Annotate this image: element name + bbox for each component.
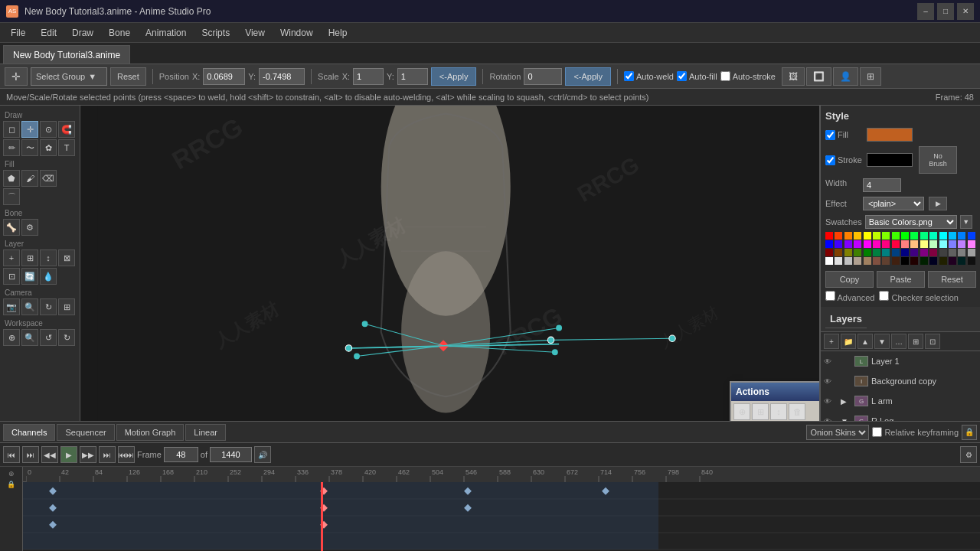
apply-scale-button[interactable]: <-Apply — [431, 67, 477, 86]
layer-add-button[interactable]: + — [824, 334, 839, 349]
color-swatch-cell[interactable] — [949, 240, 956, 248]
apply-rotation-button[interactable]: <-Apply — [565, 67, 611, 86]
color-swatch-cell[interactable] — [958, 249, 965, 256]
color-swatch-cell[interactable] — [901, 240, 909, 248]
color-swatch-cell[interactable] — [901, 257, 909, 265]
color-swatch-cell[interactable] — [873, 232, 880, 240]
pb-next-frame[interactable]: ⏭ — [99, 446, 116, 463]
color-swatch-cell[interactable] — [892, 249, 900, 256]
color-swatch-cell[interactable] — [835, 240, 842, 248]
paint-tool[interactable]: 🖌 — [21, 170, 38, 187]
color-swatch-cell[interactable] — [892, 240, 900, 248]
menu-help[interactable]: Help — [321, 26, 355, 40]
layer-expand4[interactable]: ▼ — [841, 417, 851, 422]
stroke-color-swatch[interactable] — [867, 153, 913, 167]
minimize-button[interactable]: – — [917, 3, 934, 20]
color-swatch-cell[interactable] — [835, 257, 842, 265]
color-swatch-cell[interactable] — [844, 257, 852, 265]
layer-copy-button[interactable]: ⊡ — [925, 334, 940, 349]
document-tab[interactable]: New Body Tutorial3.anime — [3, 45, 130, 64]
dialog-tool-add[interactable]: ⊕ — [733, 403, 750, 420]
color-swatch-cell[interactable] — [825, 240, 833, 248]
effect-select[interactable]: <plain> — [863, 197, 924, 210]
frame-number-input[interactable] — [164, 447, 198, 462]
color-swatch-cell[interactable] — [882, 232, 890, 240]
transform-tool[interactable]: ✛ — [21, 121, 38, 138]
rotation-input[interactable] — [524, 68, 562, 85]
color-swatch-cell[interactable] — [949, 249, 956, 256]
color-swatch-cell[interactable] — [882, 257, 890, 265]
pb-next-key[interactable]: ▶▶ — [80, 446, 96, 463]
color-swatch-cell[interactable] — [920, 232, 928, 240]
color-swatch-cell[interactable] — [939, 240, 947, 248]
lasso-tool[interactable]: ⊙ — [40, 121, 57, 138]
pb-audio-button[interactable]: 🔊 — [254, 446, 271, 463]
position-y-input[interactable] — [259, 68, 305, 85]
frame-total-input[interactable] — [210, 447, 252, 462]
width-input[interactable] — [863, 178, 901, 192]
ws-tool2[interactable]: 🔍 — [21, 329, 38, 346]
color-swatch-cell[interactable] — [929, 232, 937, 240]
autostroke-checkbox[interactable]: Auto-stroke — [720, 71, 776, 81]
ws-tool3[interactable]: ↺ — [40, 329, 57, 346]
swatches-expand-button[interactable]: ▼ — [960, 215, 972, 229]
toolbar-icon2[interactable]: 🔳 — [806, 67, 831, 86]
dialog-tool-delete[interactable]: 🗑 — [789, 403, 805, 420]
color-swatch-cell[interactable] — [920, 240, 928, 248]
ws-tool1[interactable]: ⊕ — [3, 329, 20, 346]
color-swatch-cell[interactable] — [939, 249, 947, 256]
eraser-tool[interactable]: ⌫ — [40, 170, 57, 187]
color-swatch-cell[interactable] — [892, 232, 900, 240]
menu-animation[interactable]: Animation — [138, 26, 194, 40]
color-swatch-cell[interactable] — [854, 240, 861, 248]
color-swatch-cell[interactable] — [958, 232, 965, 240]
color-swatch-cell[interactable] — [882, 249, 890, 256]
stroke-checkbox[interactable]: Stroke — [825, 155, 864, 165]
color-swatch-cell[interactable] — [864, 240, 871, 248]
ws-tool4[interactable]: ↻ — [58, 329, 75, 346]
reset-style-button[interactable]: Reset — [928, 271, 976, 288]
menu-bone[interactable]: Bone — [101, 26, 138, 40]
pb-settings-button[interactable]: ⚙ — [960, 446, 977, 463]
layer-item-bg-copy[interactable]: 👁 I Background copy — [821, 371, 980, 391]
layer-tool4[interactable]: ⊠ — [58, 249, 75, 266]
select-tool[interactable]: ◻ — [3, 121, 20, 138]
color-swatch-cell[interactable] — [939, 232, 947, 240]
menu-window[interactable]: Window — [273, 26, 321, 40]
camera-tool4[interactable]: ⊞ — [58, 298, 75, 315]
canvas-area[interactable]: RRCG 人人素材 RRCG 人人素材 RRCG 人人素材 — [80, 106, 819, 421]
color-swatch-cell[interactable] — [968, 249, 975, 256]
layer-folder-button[interactable]: 📁 — [841, 334, 856, 349]
layer-tool1[interactable]: + — [3, 249, 20, 266]
color-swatch-cell[interactable] — [949, 232, 956, 240]
menu-view[interactable]: View — [237, 26, 273, 40]
color-swatch-cell[interactable] — [968, 240, 975, 248]
color-swatch-cell[interactable] — [854, 249, 861, 256]
layer-tool2[interactable]: ⊞ — [21, 249, 38, 266]
color-swatch-cell[interactable] — [825, 249, 833, 256]
effect-options-button[interactable]: ▶ — [929, 197, 947, 210]
color-swatch-cell[interactable] — [844, 240, 852, 248]
bone-tool[interactable]: 🦴 — [3, 219, 20, 236]
onion-skins-select[interactable]: Onion Skins — [806, 425, 869, 440]
color-swatch-cell[interactable] — [864, 232, 871, 240]
pb-play[interactable]: ▶ — [60, 446, 77, 463]
layer-up-button[interactable]: ▲ — [858, 334, 873, 349]
color-swatch-cell[interactable] — [958, 257, 965, 265]
magnet-tool[interactable]: 🧲 — [58, 121, 75, 138]
reset-button[interactable]: Reset — [110, 67, 146, 86]
relative-keyframing-label[interactable]: Relative keyframing — [872, 427, 959, 437]
color-swatch-cell[interactable] — [901, 249, 909, 256]
color-swatch-cell[interactable] — [882, 240, 890, 248]
curve-tool[interactable]: 〜 — [21, 139, 38, 156]
color-swatch-cell[interactable] — [920, 257, 928, 265]
scale-x-input[interactable] — [353, 68, 384, 85]
toolbar-icon1[interactable]: 🖼 — [782, 67, 805, 86]
color-swatch-cell[interactable] — [825, 257, 833, 265]
layer-item-r-leg-group[interactable]: 👁 ▼ G R Leg — [821, 411, 980, 421]
color-swatch-cell[interactable] — [873, 240, 880, 248]
fill-tool[interactable]: ⬟ — [3, 170, 20, 187]
dialog-tool-copy[interactable]: ⊞ — [752, 403, 769, 420]
color-swatch-cell[interactable] — [910, 240, 918, 248]
color-swatch-cell[interactable] — [873, 249, 880, 256]
